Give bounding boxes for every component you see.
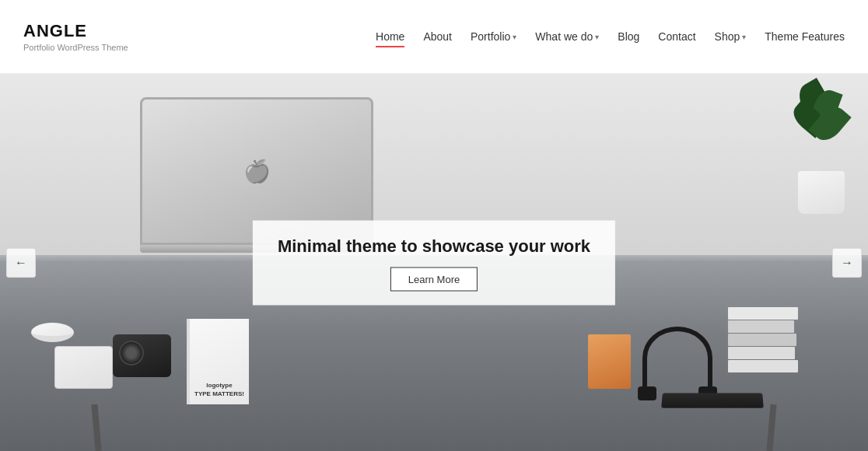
prev-slide-button[interactable]: ← [6,248,36,278]
brand-name: ANGLE [23,21,128,41]
headphone-body [642,327,712,389]
plant-pot [798,171,845,214]
nav-item-shop[interactable]: Shop ▾ [715,27,747,46]
plant-leaves [794,82,849,175]
book-standing: logotypeTYPE MATTERS! [187,319,249,404]
brand-logo[interactable]: ANGLE Portfolio WordPress Theme [23,21,128,52]
nav-item-home[interactable]: Home [376,27,404,46]
headphone-cup-left [638,386,656,400]
headphones [642,327,712,389]
apple-box [54,346,113,389]
book-stack [728,307,798,373]
book-5 [728,360,798,372]
next-slide-button[interactable]: → [832,248,862,278]
portfolio-chevron: ▾ [513,33,516,41]
nav-item-blog[interactable]: Blog [618,27,639,46]
what-we-do-chevron: ▾ [595,33,599,41]
book-4 [728,347,795,359]
shop-chevron: ▾ [742,33,746,41]
logotype-books: logotypeTYPE MATTERS! [187,311,303,404]
hero-section: logotypeTYPE MATTERS! ← → [0,74,868,451]
book-text: logotypeTYPE MATTERS! [194,382,244,398]
white-bowl [31,323,74,342]
book-3 [728,334,796,346]
nav-item-portfolio[interactable]: Portfolio ▾ [471,27,516,46]
book-2 [728,320,794,333]
nav-item-what-we-do[interactable]: What we do ▾ [535,27,599,46]
plant [790,89,852,214]
header: ANGLE Portfolio WordPress Theme Home Abo… [0,0,868,74]
spiral-book [588,334,631,389]
main-nav: Home About Portfolio ▾ What we do ▾ Blog… [376,27,845,46]
camera [113,334,171,377]
book-1 [728,307,798,320]
hero-overlay: Minimal theme to showcase your work Lear… [253,220,615,305]
tablet [661,393,764,407]
learn-more-button[interactable]: Learn More [390,267,478,291]
brand-subtitle: Portfolio WordPress Theme [23,43,128,52]
hero-title: Minimal theme to showcase your work [278,236,590,256]
nav-item-theme-features[interactable]: Theme Features [765,27,845,46]
nav-item-contact[interactable]: Contact [658,27,695,46]
nav-item-about[interactable]: About [423,27,452,46]
